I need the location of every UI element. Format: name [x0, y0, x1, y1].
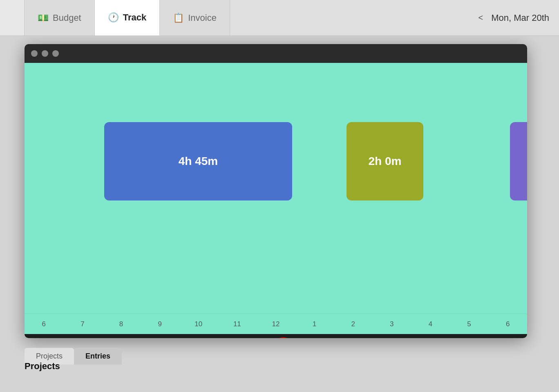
ruler-marks: 6 7 8 9 10 11 12 1 2 3 4 5 6	[25, 314, 527, 334]
ruler-mark-8: 2	[334, 320, 373, 328]
window-btn-maximize[interactable]	[52, 50, 59, 57]
app-window: 4h 45m 2h 0m 6 7 8 9 10 11 12 1 2 3	[25, 44, 527, 338]
tab-invoice[interactable]: 📋 Invoice	[160, 0, 230, 36]
ruler-mark-3: 9	[141, 320, 179, 328]
time-block-olive[interactable]: 2h 0m	[347, 122, 423, 200]
window-titlebar	[25, 44, 527, 63]
ruler-mark-9: 3	[372, 320, 411, 328]
invoice-icon: 📋	[173, 13, 184, 23]
track-icon: 🕐	[108, 12, 119, 23]
date-nav-back[interactable]: <	[475, 11, 486, 24]
tab-spacer	[230, 0, 465, 36]
tab-budget[interactable]: 💵 Budget	[25, 0, 95, 36]
tab-invoice-label: Invoice	[188, 13, 217, 23]
ruler-mark-10: 4	[411, 320, 450, 328]
ruler-mark-1: 7	[63, 320, 102, 328]
time-block-purple[interactable]	[510, 122, 527, 200]
ruler-mark-2: 8	[102, 320, 141, 328]
timeline-area: 4h 45m 2h 0m	[25, 63, 527, 314]
ruler-mark-4: 10	[179, 320, 218, 328]
time-block-blue[interactable]: 4h 45m	[104, 122, 292, 200]
window-btn-minimize[interactable]	[42, 50, 48, 57]
time-block-olive-label: 2h 0m	[369, 155, 402, 168]
tab-bar: 💵 Budget 🕐 Track 📋 Invoice < Mon, Mar 20…	[0, 0, 559, 36]
time-block-blue-label: 4h 45m	[179, 155, 218, 168]
main-content: 4h 45m 2h 0m 6 7 8 9 10 11 12 1 2 3	[0, 36, 559, 392]
bottom-bar: GIPHY	[25, 334, 527, 338]
ruler-mark-7: 1	[295, 320, 334, 328]
tab-budget-label: Budget	[53, 13, 81, 23]
lower-tab-entries[interactable]: Entries	[74, 348, 122, 365]
tab-track[interactable]: 🕐 Track	[95, 0, 160, 36]
ruler-mark-11: 5	[450, 320, 489, 328]
ruler-mark-0: 6	[25, 320, 63, 328]
lower-section: Projects Projects Entries	[25, 343, 559, 392]
ruler-mark-12: 6	[488, 320, 527, 328]
ruler-mark-6: 12	[257, 320, 295, 328]
date-display: Mon, Mar 20th	[491, 13, 549, 23]
tab-date-area: < Mon, Mar 20th	[465, 0, 559, 36]
budget-icon: 💵	[38, 13, 49, 23]
tab-left-spacer	[0, 0, 25, 36]
tab-track-label: Track	[123, 12, 147, 23]
window-btn-close[interactable]	[31, 50, 38, 57]
lower-section-label: Projects	[25, 361, 60, 372]
record-button[interactable]	[274, 337, 292, 338]
ruler-mark-5: 11	[218, 320, 257, 328]
timeline-ruler: 6 7 8 9 10 11 12 1 2 3 4 5 6	[25, 314, 527, 334]
